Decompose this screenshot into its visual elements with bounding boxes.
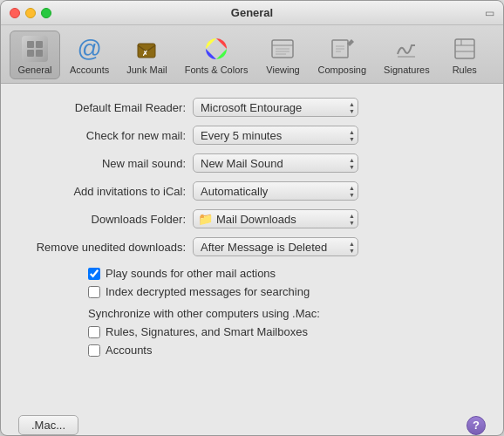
- downloads-folder-row: Downloads Folder: Mail Downloads 📁: [18, 209, 486, 228]
- maximize-button[interactable]: [41, 8, 51, 18]
- rules-icon: [451, 35, 479, 63]
- toolbar: General @ Accounts ✗ Junk Mail: [1, 25, 503, 84]
- toolbar-item-junkmail[interactable]: ✗ Junk Mail: [119, 31, 174, 79]
- svg-rect-0: [27, 41, 34, 48]
- mail-sound-select-wrapper: New Mail Sound: [193, 153, 358, 173]
- help-button[interactable]: ?: [467, 416, 486, 435]
- default-email-select-wrapper: Microsoft Entourage: [193, 98, 358, 117]
- svg-rect-1: [36, 41, 43, 48]
- main-content: Default Email Reader: Microsoft Entourag…: [1, 84, 503, 403]
- invitations-label: Add invitations to iCal:: [18, 185, 193, 198]
- invitations-select-wrapper: Automatically: [193, 181, 358, 201]
- fontscolors-icon: [202, 35, 230, 63]
- svg-rect-17: [455, 39, 474, 58]
- mail-sound-select[interactable]: New Mail Sound: [193, 153, 358, 173]
- viewing-icon: [269, 35, 296, 63]
- invitations-row: Add invitations to iCal: Automatically: [18, 181, 486, 201]
- sync-section: Synchronize with other computers using .…: [18, 307, 486, 357]
- downloads-folder-select-wrapper: Mail Downloads 📁: [193, 209, 358, 228]
- junkmail-icon: ✗: [133, 35, 160, 63]
- toolbar-item-composing[interactable]: Composing: [310, 31, 374, 79]
- mac-button[interactable]: .Mac...: [18, 415, 78, 435]
- play-sounds-checkbox[interactable]: [88, 268, 100, 280]
- play-sounds-label: Play sounds for other mail actions: [106, 267, 276, 280]
- battery-icon: ▭: [485, 7, 494, 19]
- toolbar-label-general: General: [17, 65, 51, 75]
- mail-sound-row: New mail sound: New Mail Sound: [18, 153, 486, 173]
- downloads-folder-select[interactable]: Mail Downloads: [193, 209, 358, 228]
- check-mail-select[interactable]: Every 5 minutes: [193, 126, 358, 145]
- index-decrypted-row: Index decrypted messages for searching: [88, 285, 486, 298]
- invitations-select[interactable]: Automatically: [193, 181, 358, 201]
- sync-rules-label: Rules, Signatures, and Smart Mailboxes: [106, 325, 308, 338]
- toolbar-label-viewing: Viewing: [266, 65, 299, 75]
- checkboxes-section: Play sounds for other mail actions Index…: [18, 267, 486, 298]
- toolbar-item-accounts[interactable]: @ Accounts: [62, 31, 117, 79]
- remove-unedited-label: Remove unedited downloads:: [18, 241, 193, 254]
- sync-rules-checkbox[interactable]: [88, 326, 100, 338]
- check-mail-label: Check for new mail:: [18, 129, 193, 142]
- toolbar-item-general[interactable]: General: [10, 31, 60, 79]
- toolbar-label-signatures: Signatures: [384, 65, 430, 75]
- main-window: General ▭ General @ Accounts: [0, 0, 504, 436]
- default-email-row: Default Email Reader: Microsoft Entourag…: [18, 98, 486, 117]
- svg-rect-3: [36, 50, 43, 57]
- general-svg-icon: [24, 38, 45, 59]
- sync-title: Synchronize with other computers using .…: [88, 307, 486, 320]
- default-email-label: Default Email Reader:: [18, 101, 193, 114]
- svg-text:✗: ✗: [142, 50, 148, 58]
- sync-accounts-label: Accounts: [106, 344, 152, 357]
- play-sounds-row: Play sounds for other mail actions: [88, 267, 486, 280]
- button-row: .Mac... ?: [1, 415, 503, 435]
- sync-accounts-checkbox[interactable]: [88, 344, 100, 357]
- sync-accounts-row: Accounts: [88, 344, 486, 357]
- index-decrypted-label: Index decrypted messages for searching: [106, 285, 310, 298]
- remove-unedited-select[interactable]: After Message is Deleted: [193, 237, 358, 256]
- toolbar-label-rules: Rules: [453, 65, 477, 75]
- downloads-folder-label: Downloads Folder:: [18, 213, 193, 226]
- toolbar-item-viewing[interactable]: Viewing: [257, 31, 308, 79]
- window-title: General: [231, 6, 273, 19]
- composing-icon: [328, 35, 356, 63]
- toolbar-label-composing: Composing: [317, 65, 366, 75]
- close-button[interactable]: [10, 8, 20, 18]
- mail-sound-label: New mail sound:: [18, 157, 193, 170]
- titlebar: General ▭: [1, 1, 503, 25]
- index-decrypted-checkbox[interactable]: [88, 286, 100, 298]
- svg-rect-2: [27, 50, 34, 57]
- signatures-icon: [392, 35, 420, 63]
- toolbar-label-junkmail: Junk Mail: [126, 65, 167, 75]
- toolbar-item-signatures[interactable]: Signatures: [376, 31, 438, 79]
- toolbar-item-rules[interactable]: Rules: [439, 31, 490, 79]
- remove-unedited-row: Remove unedited downloads: After Message…: [18, 237, 486, 256]
- toolbar-label-fontscolors: Fonts & Colors: [185, 65, 249, 75]
- default-email-select[interactable]: Microsoft Entourage: [193, 98, 358, 117]
- minimize-button[interactable]: [25, 8, 36, 18]
- accounts-icon: @: [76, 35, 104, 63]
- toolbar-label-accounts: Accounts: [70, 65, 109, 75]
- folder-icon: 📁: [198, 212, 213, 226]
- sync-rules-row: Rules, Signatures, and Smart Mailboxes: [88, 325, 486, 338]
- remove-unedited-select-wrapper: After Message is Deleted: [193, 237, 358, 256]
- traffic-lights: [1, 8, 51, 18]
- general-icon: [21, 35, 49, 63]
- check-mail-row: Check for new mail: Every 5 minutes: [18, 126, 486, 145]
- check-mail-select-wrapper: Every 5 minutes: [193, 126, 358, 145]
- toolbar-item-fontscolors[interactable]: Fonts & Colors: [177, 31, 256, 79]
